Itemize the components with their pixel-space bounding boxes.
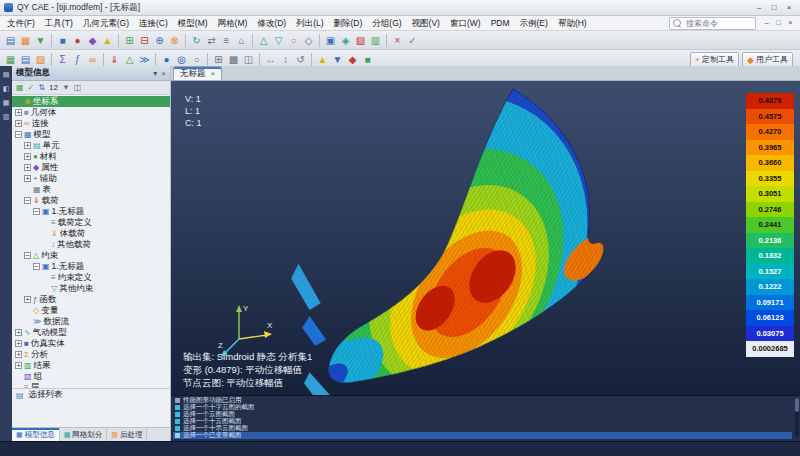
toolbar-button[interactable]: ● (159, 52, 174, 67)
command-search[interactable] (669, 17, 756, 30)
tree-item-4[interactable]: +▤单元 (12, 140, 170, 151)
menu-item[interactable]: 窗口(W) (445, 16, 486, 30)
tree-item-9[interactable]: −⇓载荷 (12, 195, 170, 206)
close-icon[interactable]: × (211, 69, 216, 78)
minimize-button[interactable]: – (752, 2, 766, 13)
toolbar-button[interactable]: ▤ (18, 52, 33, 67)
log-line[interactable]: 选择一个十字云图的截面 (173, 404, 792, 411)
dock-icon[interactable]: ▥ (3, 113, 10, 121)
tree-expander[interactable]: − (24, 252, 31, 259)
viewport-3d[interactable]: V: 1L: 1C: 1 0.48790.45750.42700.39650.3… (171, 81, 800, 395)
toolbar-button[interactable]: ◈ (338, 33, 353, 48)
toolbar-button[interactable]: ↕ (278, 52, 293, 67)
tree-item-21[interactable]: +∿气动模型 (12, 327, 170, 338)
tree-expander[interactable]: + (24, 175, 31, 182)
toolbar-button[interactable]: ≫ (137, 52, 152, 67)
log-line[interactable]: 选择一个十示云图截面 (173, 425, 792, 432)
tree-expander[interactable]: + (15, 351, 22, 358)
panel-tool-button[interactable]: ⇅ (38, 83, 45, 92)
doc-minimize-button[interactable]: – (761, 18, 772, 28)
toolbar-button[interactable]: ◎ (174, 52, 189, 67)
tree-item-8[interactable]: +▦表 (12, 184, 170, 195)
menu-item[interactable]: 视图(V) (407, 16, 445, 30)
search-input[interactable] (684, 18, 752, 29)
menu-item[interactable]: 工具(T) (40, 16, 78, 30)
toolbar-button[interactable]: ✓ (405, 33, 420, 48)
tree-expander[interactable]: + (15, 362, 22, 369)
toolbar-button[interactable]: ▼ (33, 33, 48, 48)
tree-item-2[interactable]: +∞连接 (12, 118, 170, 129)
toolbar-button[interactable]: ⊞ (122, 33, 137, 48)
tree-item-23[interactable]: +Σ分析 (12, 349, 170, 360)
panel-tool-button[interactable]: ▦ (16, 83, 24, 92)
close-button[interactable]: × (782, 2, 796, 13)
tree-item-14[interactable]: −△约束 (12, 250, 170, 261)
toolbar-button[interactable]: ∞ (85, 52, 100, 67)
toolbar-button[interactable]: ↻ (189, 33, 204, 48)
toolbar-button[interactable]: ◫ (241, 52, 256, 67)
toolbar-button[interactable]: Σ (55, 52, 70, 67)
tree-item-5[interactable]: +●材料 (12, 151, 170, 162)
log-line[interactable]: 选择一个云图截面 (173, 411, 792, 418)
tree-item-18[interactable]: +ƒ函数 (12, 294, 170, 305)
tree-item-19[interactable]: +◇变量 (12, 305, 170, 316)
toolbar-button[interactable]: ▲ (315, 52, 330, 67)
selection-list-item[interactable]: ▤ 选择列表 (12, 388, 170, 401)
panel-tab-2[interactable]: ▨后处理 (107, 428, 147, 442)
toolbar-button[interactable]: ▥ (368, 33, 383, 48)
tree-item-16[interactable]: +≡约束定义 (12, 272, 170, 283)
tree-item-17[interactable]: +▽其他约束 (12, 283, 170, 294)
toolbar-button[interactable]: ▨ (33, 52, 48, 67)
tree-item-22[interactable]: +■仿真实体 (12, 338, 170, 349)
toolbar-button[interactable]: ● (70, 33, 85, 48)
tree-item-10[interactable]: −▣1.无标题 (12, 206, 170, 217)
toolbar-button[interactable]: ⇓ (107, 52, 122, 67)
toolbar-button[interactable]: ◆ (85, 33, 100, 48)
tree-item-20[interactable]: +≫数据流 (12, 316, 170, 327)
toolbar-button[interactable]: × (390, 33, 405, 48)
panel-tool-button[interactable]: ✓ (28, 83, 35, 92)
toolbar-button[interactable]: ■ (360, 52, 375, 67)
toolbar-button[interactable]: ⊟ (137, 33, 152, 48)
menu-item[interactable]: 几何元素(G) (78, 16, 134, 30)
tree-expander[interactable]: − (24, 197, 31, 204)
tree-expander[interactable]: + (15, 109, 22, 116)
toolbar-button[interactable]: ◆ (345, 52, 360, 67)
tree-item-24[interactable]: +▥结果 (12, 360, 170, 371)
toolbar-button[interactable]: ⌂ (234, 33, 249, 48)
toolbar-button[interactable]: ⇄ (204, 33, 219, 48)
toolbar-button[interactable]: ■ (55, 33, 70, 48)
tree-expander[interactable]: − (15, 131, 22, 138)
tree-expander[interactable]: + (15, 120, 22, 127)
log-line[interactable]: 选择一个已变形截面 (173, 432, 792, 439)
menu-item[interactable]: 示例(E) (515, 16, 553, 30)
toolbar-button[interactable]: ▤ (3, 33, 18, 48)
tree-expander[interactable]: − (33, 263, 40, 270)
toolbar-button[interactable]: ○ (189, 52, 204, 67)
dock-icon[interactable]: ◧ (3, 85, 10, 93)
toolbar-button[interactable]: ▦ (18, 33, 33, 48)
tree-item-1[interactable]: +■几何体 (12, 107, 170, 118)
panel-tool-button[interactable]: ▼ (62, 83, 70, 92)
tree-item-15[interactable]: −▣1.无标题 (12, 261, 170, 272)
toolbar-button[interactable]: ▧ (353, 33, 368, 48)
panel-tab-1[interactable]: ▩网格划分 (60, 428, 108, 442)
menu-item[interactable]: 连接(C) (134, 16, 173, 30)
tree-expander[interactable]: + (24, 296, 31, 303)
dock-icon[interactable]: ▤ (3, 71, 10, 79)
tree-expander[interactable]: + (15, 340, 22, 347)
toolbar-button[interactable]: ⊞ (211, 52, 226, 67)
doc-close-button[interactable]: × (785, 18, 796, 28)
toolbar-button[interactable]: ↺ (293, 52, 308, 67)
toolbar-button[interactable]: ▣ (323, 33, 338, 48)
toolbar-button[interactable]: ↔ (263, 52, 278, 67)
toolbar-button[interactable]: ≡ (219, 33, 234, 48)
toolbar-button[interactable]: ⊕ (152, 33, 167, 48)
toolbar-button[interactable]: ▽ (271, 33, 286, 48)
tree-item-0[interactable]: +⊕坐标系 (12, 96, 170, 107)
tree-expander[interactable]: + (24, 153, 31, 160)
tree-item-7[interactable]: ++辅助 (12, 173, 170, 184)
menu-item[interactable]: 列出(L) (291, 16, 328, 30)
doc-restore-button[interactable]: □ (773, 18, 784, 28)
tree-item-12[interactable]: +⇓体载荷 (12, 228, 170, 239)
